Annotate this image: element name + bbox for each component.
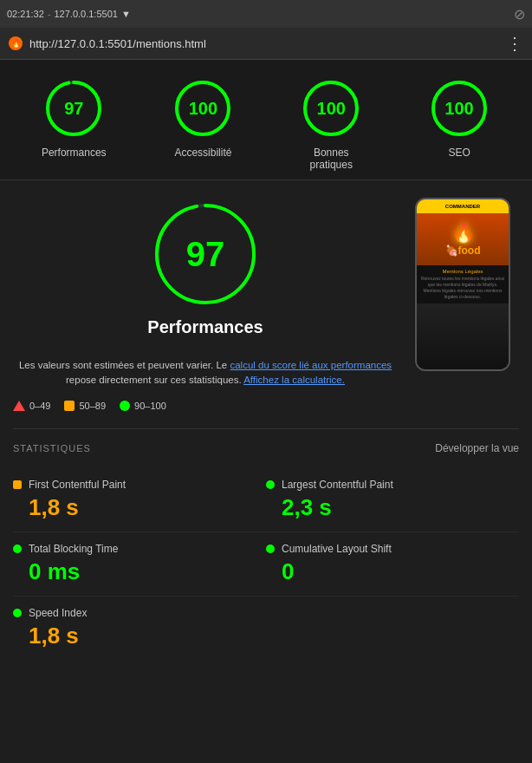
phone-content-text: Retrouvez toutes les mentions légales ai…	[420, 276, 505, 300]
scores-header: 97 Performances 100 Accessibilité 100 Bo…	[0, 60, 532, 180]
score-circle-performances: 97	[42, 77, 105, 140]
legend-range-orange: 50–89	[79, 401, 106, 411]
stat-item-si: Speed Index 1,8 s	[13, 597, 266, 660]
stat-tbt-dot	[13, 545, 22, 553]
browser-url-bar: 🔥 http://127.0.0.1:5501/mentions.html ⋮	[0, 28, 532, 59]
legend: 0–49 50–89 90–100	[13, 401, 398, 411]
phone-mockup: COMMANDER 🔥 🍖food Mentions Légales Retro…	[415, 198, 510, 371]
score-value-seo: 100	[444, 99, 473, 119]
phone-screen: COMMANDER 🔥 🍖food Mentions Légales Retro…	[417, 199, 509, 369]
legend-item-red: 0–49	[13, 401, 50, 411]
stat-lcp-dot	[266, 480, 275, 489]
phone-content-title: Mentions Légales	[420, 269, 505, 274]
browser-top-left: 02:21:32 - 127.0.0.1:5501 ▼	[7, 9, 507, 19]
phone-top-bar-text: COMMANDER	[441, 203, 484, 210]
score-label-performances: Performances	[42, 147, 107, 159]
blocked-icon: ⊘	[514, 6, 525, 23]
legend-range-red: 0–49	[29, 401, 50, 411]
score-label-bonnes-pratiques: Bonnes pratiques	[301, 147, 361, 171]
stat-fcp-header: First Contentful Paint	[13, 479, 266, 491]
score-circle-bonnes-pratiques: 100	[300, 77, 362, 140]
calc-link-2[interactable]: Affichez la calculatrice.	[243, 375, 345, 385]
score-value-accessibilite: 100	[189, 99, 217, 119]
stat-cls-value: 0	[266, 558, 519, 585]
legend-item-green: 90–100	[120, 401, 166, 411]
calc-link[interactable]: calcul du score lié aux performances	[230, 360, 392, 370]
stat-cls-header: Cumulative Layout Shift	[266, 543, 519, 555]
score-label-seo: SEO	[448, 147, 470, 159]
score-value-performances: 97	[64, 99, 83, 119]
legend-item-orange: 50–89	[64, 401, 106, 411]
separator: -	[48, 9, 51, 19]
browser-menu-icon[interactable]: ⋮	[506, 33, 523, 54]
big-circle-container: 97 Performances	[13, 198, 398, 348]
orange-square-icon	[64, 401, 75, 411]
phone-logo-area: 🔥 🍖food	[417, 213, 509, 265]
stat-tbt-name: Total Blocking Time	[29, 543, 118, 555]
performance-section: 97 Performances Les valeurs sont estimée…	[13, 198, 519, 411]
dropdown-icon[interactable]: ▼	[121, 9, 131, 19]
red-triangle-icon	[13, 401, 25, 411]
statistics-title: STATISTIQUES	[13, 443, 91, 453]
stat-tbt-header: Total Blocking Time	[13, 543, 266, 555]
score-label-accessibilite: Accessibilité	[174, 147, 231, 159]
performance-description: Les valeurs sont estimées et peuvent var…	[13, 358, 398, 388]
desc-text-1: Les valeurs sont estimées et peuvent var…	[19, 360, 227, 370]
phone-mockup-container: COMMANDER 🔥 🍖food Mentions Légales Retro…	[415, 198, 519, 411]
performance-left: 97 Performances Les valeurs sont estimée…	[13, 198, 398, 411]
desc-text-2: repose directement sur ces statistiques.	[66, 375, 242, 385]
score-item-bonnes-pratiques: 100 Bonnes pratiques	[300, 77, 362, 171]
stat-si-name: Speed Index	[29, 607, 87, 619]
stat-item-lcp: Largest Contentful Paint 2,3 s	[266, 468, 519, 532]
phone-top-bar: COMMANDER	[417, 199, 509, 213]
stat-si-value: 1,8 s	[13, 623, 266, 649]
browser-time: 02:21:32	[7, 9, 44, 19]
expand-button[interactable]: Développer la vue	[435, 442, 519, 454]
score-circle-accessibilite: 100	[172, 77, 234, 140]
stat-item-tbt: Total Blocking Time 0 ms	[13, 532, 266, 597]
phone-logo-text: 🍖food	[445, 245, 481, 257]
stat-item-cls: Cumulative Layout Shift 0	[266, 532, 519, 597]
stat-lcp-value: 2,3 s	[266, 494, 519, 521]
stat-fcp-value: 1,8 s	[13, 494, 266, 521]
statistics-section: STATISTIQUES Développer la vue First Con…	[13, 442, 519, 660]
statistics-grid: First Contentful Paint 1,8 s Largest Con…	[13, 468, 519, 660]
stat-si-header: Speed Index	[13, 607, 266, 619]
big-score-value: 97	[186, 235, 225, 274]
main-content: 97 Performances Les valeurs sont estimée…	[0, 180, 532, 677]
performance-title: Performances	[147, 317, 263, 337]
browser-bar: 02:21:32 - 127.0.0.1:5501 ▼ ⊘ 🔥 http://1…	[0, 0, 532, 60]
stat-fcp-dot	[13, 480, 22, 489]
stat-cls-name: Cumulative Layout Shift	[282, 543, 392, 555]
stat-fcp-name: First Contentful Paint	[29, 479, 126, 491]
score-item-performances: 97 Performances	[42, 77, 107, 171]
big-score-circle: 97	[149, 198, 262, 310]
browser-favicon: 🔥	[9, 36, 23, 50]
stat-lcp-name: Largest Contentful Paint	[282, 479, 393, 491]
stat-cls-dot	[266, 545, 275, 553]
statistics-header: STATISTIQUES Développer la vue	[13, 442, 519, 454]
stat-si-dot	[13, 609, 22, 617]
green-circle-icon	[120, 401, 130, 411]
stat-lcp-header: Largest Contentful Paint	[266, 479, 519, 491]
score-value-bonnes-pratiques: 100	[317, 99, 346, 119]
score-circle-seo: 100	[428, 77, 490, 140]
legend-range-green: 90–100	[134, 401, 166, 411]
stat-tbt-value: 0 ms	[13, 558, 266, 585]
browser-ip: 127.0.0.1:5501	[55, 9, 118, 19]
browser-url-text[interactable]: http://127.0.0.1:5501/mentions.html	[29, 37, 499, 50]
browser-top-bar: 02:21:32 - 127.0.0.1:5501 ▼ ⊘	[0, 0, 532, 28]
phone-logo-icon: 🔥	[445, 222, 481, 245]
score-item-accessibilite: 100 Accessibilité	[172, 77, 234, 171]
phone-content: Mentions Légales Retrouvez toutes les me…	[417, 265, 509, 303]
section-divider	[13, 428, 519, 429]
stat-item-fcp: First Contentful Paint 1,8 s	[13, 468, 266, 532]
score-item-seo: 100 SEO	[428, 77, 490, 171]
